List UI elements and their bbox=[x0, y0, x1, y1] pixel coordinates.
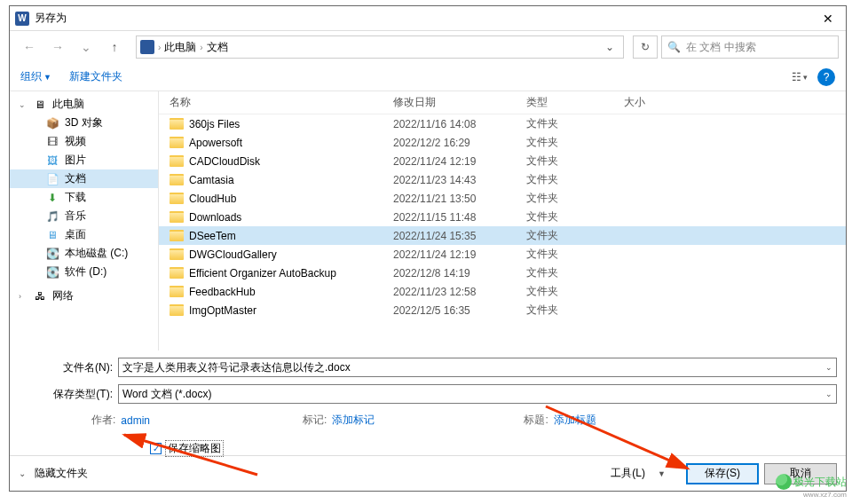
tree-item-3D 对象[interactable]: 📦3D 对象 bbox=[10, 114, 158, 132]
tags-label: 标记: bbox=[303, 413, 327, 428]
folder-icon: 💽 bbox=[45, 266, 59, 279]
watermark: 极光下载站 www.xz7.com bbox=[776, 474, 847, 490]
watermark-logo-icon bbox=[776, 474, 792, 490]
file-name: Downloads bbox=[189, 211, 241, 224]
file-row[interactable]: DSeeTem2022/11/24 15:35文件夹 bbox=[159, 226, 846, 245]
network-icon: 🖧 bbox=[33, 290, 47, 303]
tags-value[interactable]: 添加标记 bbox=[332, 413, 375, 428]
save-as-dialog: W 另存为 ✕ ← → ⌄ ↑ › 此电脑 › 文档 ⌄ ↻ 🔍 在 文档 中搜… bbox=[9, 5, 847, 492]
file-row[interactable]: Downloads2022/11/15 11:48文件夹 bbox=[159, 208, 846, 226]
caret-icon[interactable]: › bbox=[19, 292, 28, 301]
tree-network[interactable]: › 🖧 网络 bbox=[10, 287, 158, 305]
file-list: 名称 修改日期 类型 大小 360js Files2022/11/16 14:0… bbox=[159, 91, 846, 350]
tree-item-音乐[interactable]: 🎵音乐 bbox=[10, 207, 158, 225]
file-rows[interactable]: 360js Files2022/11/16 14:08文件夹Apowersoft… bbox=[159, 114, 846, 349]
tree-item-图片[interactable]: 🖼图片 bbox=[10, 151, 158, 169]
file-date: 2022/11/21 13:50 bbox=[393, 193, 526, 205]
tree-label: 视频 bbox=[65, 134, 86, 149]
file-row[interactable]: ImgOptMaster2022/12/5 16:35文件夹 bbox=[159, 301, 846, 319]
recent-dropdown[interactable]: ⌄ bbox=[74, 35, 99, 59]
file-date: 2022/11/24 12:19 bbox=[393, 248, 526, 261]
folder-icon: 💽 bbox=[45, 248, 59, 260]
file-date: 2022/11/15 11:48 bbox=[393, 211, 526, 224]
file-row[interactable]: DWGCloudGallery2022/11/24 12:19文件夹 bbox=[159, 245, 846, 264]
column-size[interactable]: 大小 bbox=[624, 95, 704, 110]
file-row[interactable]: Camtasia2022/11/23 14:43文件夹 bbox=[159, 170, 846, 189]
file-name: CloudHub bbox=[189, 193, 236, 205]
tools-button[interactable]: 工具(L) bbox=[604, 466, 652, 481]
file-row[interactable]: CloudHub2022/11/21 13:50文件夹 bbox=[159, 189, 846, 208]
search-placeholder: 在 文档 中搜索 bbox=[686, 40, 756, 55]
new-folder-button[interactable]: 新建文件夹 bbox=[69, 69, 122, 84]
sidebar-tree[interactable]: ⌄ 🖥 此电脑 📦3D 对象🎞视频🖼图片📄文档⬇下载🎵音乐🖥桌面💽本地磁盘 (C… bbox=[10, 91, 159, 350]
pc-icon: 🖥 bbox=[33, 98, 47, 111]
filename-input[interactable]: ⌄ bbox=[118, 358, 837, 377]
column-date[interactable]: 修改日期 bbox=[393, 95, 526, 110]
column-name[interactable]: 名称 bbox=[170, 95, 393, 110]
breadcrumb-current[interactable]: 文档 bbox=[207, 40, 228, 55]
chevron-down-icon[interactable]: ▼ bbox=[43, 73, 51, 82]
save-thumbnail-checkbox[interactable]: ✓ bbox=[150, 443, 162, 454]
bottom-form: 文件名(N): ⌄ 保存类型(T): Word 文档 (*.docx) ⌄ 作者… bbox=[10, 350, 846, 457]
up-button[interactable]: ↑ bbox=[102, 35, 127, 59]
file-name: 360js Files bbox=[189, 118, 240, 130]
tree-label: 软件 (D:) bbox=[65, 264, 106, 280]
author-label: 作者: bbox=[91, 413, 115, 428]
file-name: DWGCloudGallery bbox=[189, 248, 277, 261]
view-list-icon: ☷ bbox=[792, 71, 801, 83]
file-type: 文件夹 bbox=[526, 191, 624, 206]
hide-folders-button[interactable]: 隐藏文件夹 bbox=[35, 466, 88, 481]
title-value[interactable]: 添加标题 bbox=[554, 413, 596, 428]
file-row[interactable]: FeedbackHub2022/11/23 12:58文件夹 bbox=[159, 282, 846, 301]
tree-item-视频[interactable]: 🎞视频 bbox=[10, 132, 158, 151]
breadcrumb-root[interactable]: 此电脑 bbox=[164, 40, 196, 55]
view-mode-button[interactable]: ☷ ▾ bbox=[785, 67, 814, 88]
folder-icon: 📄 bbox=[45, 173, 59, 185]
tools-dropdown-icon[interactable]: ▼ bbox=[658, 469, 672, 478]
folder-icon bbox=[170, 304, 184, 316]
tree-label: 文档 bbox=[65, 171, 86, 186]
file-type: 文件夹 bbox=[526, 154, 624, 169]
back-button[interactable]: ← bbox=[17, 35, 42, 59]
filetype-select[interactable]: Word 文档 (*.docx) ⌄ bbox=[118, 384, 837, 404]
tree-this-pc[interactable]: ⌄ 🖥 此电脑 bbox=[10, 95, 158, 114]
filetype-dropdown-icon[interactable]: ⌄ bbox=[825, 390, 832, 398]
filename-label: 文件名(N): bbox=[19, 360, 118, 375]
tree-item-桌面[interactable]: 🖥桌面 bbox=[10, 225, 158, 244]
column-type[interactable]: 类型 bbox=[526, 95, 624, 110]
file-row[interactable]: CADCloudDisk2022/11/24 12:19文件夹 bbox=[159, 152, 846, 170]
file-type: 文件夹 bbox=[526, 172, 624, 187]
refresh-button[interactable]: ↻ bbox=[633, 35, 658, 59]
breadcrumb-dropdown-icon[interactable]: ⌄ bbox=[600, 41, 619, 53]
close-button[interactable]: ✕ bbox=[810, 6, 846, 31]
filename-dropdown-icon[interactable]: ⌄ bbox=[825, 363, 832, 372]
tree-item-软件 (D:)[interactable]: 💽软件 (D:) bbox=[10, 263, 158, 281]
file-name: Apowersoft bbox=[189, 137, 242, 149]
breadcrumb-bar[interactable]: › 此电脑 › 文档 ⌄ bbox=[136, 35, 624, 59]
expand-icon[interactable]: ⌄ bbox=[19, 469, 29, 478]
search-input[interactable]: 🔍 在 文档 中搜索 bbox=[661, 35, 839, 59]
save-button[interactable]: 保存(S) bbox=[686, 463, 759, 484]
organize-button[interactable]: 组织 bbox=[20, 69, 42, 84]
folder-icon: 📦 bbox=[45, 117, 59, 130]
file-name: CADCloudDisk bbox=[189, 155, 260, 168]
tree-item-文档[interactable]: 📄文档 bbox=[10, 169, 158, 188]
folder-icon bbox=[170, 267, 184, 279]
file-row[interactable]: Apowersoft2022/12/2 16:29文件夹 bbox=[159, 133, 846, 152]
main-area: ⌄ 🖥 此电脑 📦3D 对象🎞视频🖼图片📄文档⬇下载🎵音乐🖥桌面💽本地磁盘 (C… bbox=[10, 91, 846, 350]
tree-label: 下载 bbox=[65, 190, 86, 205]
file-row[interactable]: Efficient Organizer AutoBackup2022/12/8 … bbox=[159, 264, 846, 282]
help-button[interactable]: ? bbox=[817, 68, 835, 86]
file-type: 文件夹 bbox=[526, 303, 624, 318]
author-value[interactable]: admin bbox=[121, 414, 150, 427]
file-list-header[interactable]: 名称 修改日期 类型 大小 bbox=[159, 91, 846, 114]
file-row[interactable]: 360js Files2022/11/16 14:08文件夹 bbox=[159, 114, 846, 133]
tree-item-本地磁盘 (C:)[interactable]: 💽本地磁盘 (C:) bbox=[10, 244, 158, 263]
folder-icon: ⬇ bbox=[45, 192, 59, 204]
filename-field[interactable] bbox=[122, 361, 832, 374]
caret-icon[interactable]: ⌄ bbox=[19, 100, 28, 109]
folder-icon bbox=[170, 286, 184, 297]
watermark-text: 极光下载站 bbox=[793, 475, 847, 490]
tree-item-下载[interactable]: ⬇下载 bbox=[10, 188, 158, 207]
file-date: 2022/12/2 16:29 bbox=[393, 137, 526, 149]
